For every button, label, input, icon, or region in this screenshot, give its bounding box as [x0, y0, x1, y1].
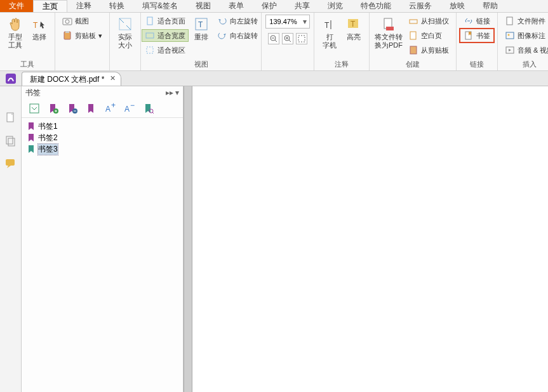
- bookmark-item[interactable]: 书签2: [27, 132, 178, 143]
- tab-annot[interactable]: 注释: [67, 0, 100, 12]
- document-tabs: 新建 DOCX 文档.pdf * ✕: [0, 71, 548, 86]
- zoom-in-button[interactable]: [282, 33, 293, 44]
- group-view-label: 视图: [194, 59, 208, 69]
- zoom-in-text-button[interactable]: A+: [104, 102, 117, 115]
- document-tab-title: 新建 DOCX 文档.pdf *: [30, 74, 104, 85]
- blank-page-label: 空白页: [421, 31, 442, 41]
- svg-line-17: [289, 40, 291, 42]
- tab-fill-sign[interactable]: 填写&签名: [133, 0, 187, 12]
- paste-icon: [408, 45, 418, 55]
- svg-text:A: A: [105, 105, 110, 114]
- comments-panel-button[interactable]: [4, 157, 17, 170]
- screenshot-label: 截图: [75, 16, 89, 26]
- document-tab[interactable]: 新建 DOCX 文档.pdf * ✕: [22, 72, 121, 86]
- bookmark-icon: [28, 145, 34, 153]
- image-annotation-button[interactable]: 图像标注: [502, 29, 548, 42]
- from-clipboard-button[interactable]: 从剪贴板: [405, 44, 452, 56]
- zoom-out-button[interactable]: [268, 33, 279, 44]
- tab-home[interactable]: 主页: [33, 0, 67, 12]
- rotate-left-icon: [217, 16, 227, 26]
- svg-rect-8: [147, 47, 153, 53]
- pages-panel-button[interactable]: [4, 112, 17, 124]
- tab-help[interactable]: 帮助: [474, 0, 507, 12]
- rotate-right-button[interactable]: 向右旋转: [214, 29, 261, 42]
- actual-size-button[interactable]: 实际 大小: [114, 15, 137, 50]
- typewriter-button[interactable]: T 打 字机: [318, 15, 341, 50]
- thumbnails-panel-button[interactable]: [4, 134, 17, 147]
- svg-rect-4: [65, 31, 69, 33]
- reflow-label: 重排: [194, 33, 208, 41]
- rotate-right-label: 向右旋转: [230, 31, 258, 41]
- splitter[interactable]: [184, 86, 192, 392]
- fit-page-button[interactable]: 适合页面: [142, 15, 189, 27]
- zoom-input[interactable]: [266, 18, 300, 25]
- tab-convert[interactable]: 转换: [100, 0, 133, 12]
- clipboard-button[interactable]: 剪贴板 ▾: [59, 29, 105, 42]
- expand-all-button[interactable]: [28, 102, 41, 115]
- tab-form[interactable]: 表单: [220, 0, 253, 12]
- from-scanner-button[interactable]: 从扫描仪: [405, 15, 452, 27]
- actual-size-icon: [117, 16, 133, 32]
- tab-browse[interactable]: 浏览: [319, 0, 352, 12]
- group-link: 链接 书签 链接: [457, 13, 498, 70]
- svg-rect-18: [298, 36, 305, 42]
- bookmark-item[interactable]: 书签1: [27, 121, 178, 132]
- file-attachment-label: 文件附件: [518, 16, 545, 26]
- fit-width-icon: [145, 30, 155, 41]
- tab-show[interactable]: 放映: [441, 0, 474, 12]
- media-icon: [505, 45, 515, 55]
- blank-page-icon: [408, 30, 418, 41]
- close-tab-icon[interactable]: ✕: [110, 74, 116, 82]
- workspace: 书签 ▸▸ ▾ A+ A− 书签1 书签2 书签3: [0, 86, 548, 392]
- select-tool-button[interactable]: T 选择: [28, 15, 51, 42]
- app-icon: [0, 71, 22, 86]
- bookmark-options-button[interactable]: [85, 102, 98, 115]
- bookmark-page-icon: [464, 30, 474, 41]
- side-toolbar: [0, 86, 22, 392]
- bookmark-item[interactable]: 书签3: [27, 143, 178, 155]
- typewriter-label: 打 字机: [323, 33, 337, 49]
- svg-text:+: +: [111, 103, 116, 110]
- file-attachment-button[interactable]: 文件附件: [502, 15, 548, 27]
- screenshot-button[interactable]: 截图: [59, 15, 105, 27]
- group-insert: 文件附件 图像标注 音频 & 视频 插入: [498, 13, 548, 70]
- hand-tool-button[interactable]: 手型 工具: [4, 15, 27, 50]
- tab-protect[interactable]: 保护: [253, 0, 286, 12]
- fit-width-button[interactable]: 适合宽度: [142, 29, 189, 42]
- tab-file[interactable]: 文件: [0, 0, 33, 12]
- highlight-button[interactable]: T 高亮: [342, 15, 365, 42]
- clipboard-label: 剪贴板: [75, 31, 96, 41]
- svg-rect-30: [506, 32, 514, 39]
- zoom-out-text-button[interactable]: A−: [123, 102, 136, 115]
- zoom-combo[interactable]: ▾: [265, 15, 310, 29]
- rotate-left-button[interactable]: 向左旋转: [214, 15, 261, 27]
- tab-view[interactable]: 视图: [187, 0, 220, 12]
- image-annotation-label: 图像标注: [518, 31, 545, 41]
- delete-bookmark-button[interactable]: [66, 102, 79, 115]
- camera-icon: [62, 16, 72, 26]
- reflow-button[interactable]: T 重排: [190, 15, 213, 42]
- svg-text:T: T: [351, 20, 356, 29]
- document-page[interactable]: [192, 86, 548, 392]
- bookmark-icon: [28, 134, 34, 141]
- convert-to-pdf-button[interactable]: 将文件转 换为PDF: [373, 15, 404, 50]
- link-icon: [464, 16, 474, 26]
- hand-icon: [8, 16, 23, 32]
- zoom-dropdown-icon[interactable]: ▾: [300, 17, 309, 26]
- panel-collapse-icon[interactable]: ▸▸ ▾: [166, 88, 179, 97]
- group-zoom: ▾: [262, 13, 314, 70]
- link-button[interactable]: 链接: [460, 15, 493, 27]
- bookmark-button[interactable]: 书签: [460, 29, 493, 42]
- new-bookmark-button[interactable]: [47, 102, 60, 115]
- svg-rect-36: [8, 138, 15, 146]
- tab-cloud[interactable]: 云服务: [400, 0, 441, 12]
- tab-share[interactable]: 共享: [286, 0, 319, 12]
- marquee-zoom-button[interactable]: [296, 33, 307, 44]
- audio-video-button[interactable]: 音频 & 视频: [502, 44, 548, 56]
- find-bookmark-button[interactable]: [142, 102, 155, 115]
- tab-special[interactable]: 特色功能: [352, 0, 400, 12]
- bookmark-icon: [28, 122, 34, 130]
- fit-visible-button[interactable]: 适合视区: [142, 44, 189, 56]
- blank-page-button[interactable]: 空白页: [405, 29, 452, 42]
- panel-title: 书签: [25, 88, 41, 98]
